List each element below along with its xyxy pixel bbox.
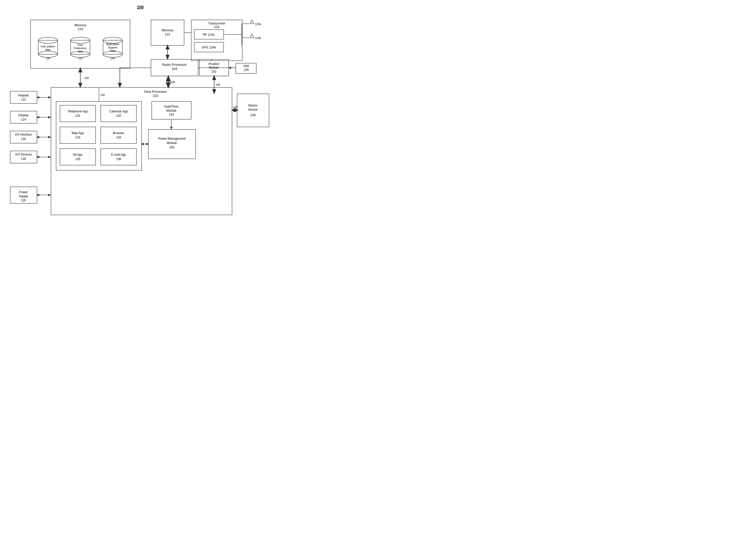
svg-text:124: 124 (214, 25, 219, 29)
svg-text:144: 144 (110, 57, 115, 60)
svg-rect-31 (194, 42, 224, 52)
svg-text:122: 122 (165, 32, 170, 36)
svg-point-11 (71, 51, 90, 57)
svg-rect-95 (10, 151, 37, 163)
svg-text:110: 110 (77, 27, 83, 31)
svg-point-9 (71, 37, 90, 43)
svg-text:Radio Processor: Radio Processor (162, 63, 187, 67)
svg-text:131: 131 (75, 114, 80, 118)
svg-rect-29 (194, 30, 224, 39)
svg-text:Host Processor: Host Processor (144, 90, 167, 94)
svg-text:Calendar App: Calendar App (109, 110, 128, 113)
svg-text:114: 114 (21, 118, 26, 121)
svg-rect-55 (56, 101, 141, 170)
svg-text:E-mail App: E-mail App (111, 153, 126, 157)
svg-rect-10 (71, 40, 90, 54)
svg-text:135: 135 (75, 157, 80, 161)
svg-text:154: 154 (169, 113, 174, 116)
svg-text:Module: Module (209, 66, 219, 69)
svg-rect-98 (10, 187, 37, 203)
svg-text:130: 130 (100, 93, 105, 96)
svg-text:User: User (77, 43, 83, 46)
svg-text:102: 102 (153, 94, 158, 98)
svg-text:IM App: IM App (73, 153, 83, 157)
svg-text:132: 132 (116, 114, 121, 118)
svg-text:Motion: Motion (248, 104, 257, 107)
svg-text:User pattern: User pattern (41, 45, 55, 48)
svg-text:RF 124a: RF 124a (203, 33, 215, 36)
svg-text:Keypad: Keypad (18, 94, 29, 97)
svg-text:Module: Module (166, 109, 176, 112)
svg-text:GPS 124b: GPS 124b (202, 46, 216, 49)
svg-rect-82 (237, 94, 269, 127)
svg-text:Transceiver: Transceiver (208, 21, 225, 25)
svg-rect-86 (10, 91, 37, 103)
svg-marker-37 (250, 34, 254, 38)
svg-text:104: 104 (172, 67, 177, 71)
svg-rect-56 (60, 105, 96, 122)
svg-text:118: 118 (21, 157, 26, 161)
svg-text:Data: Data (110, 49, 115, 52)
svg-rect-4 (38, 40, 58, 54)
svg-text:data: data (45, 48, 51, 51)
svg-text:Application: Application (106, 43, 119, 46)
svg-text:I/O Interface: I/O Interface (15, 133, 32, 136)
svg-text:Power: Power (19, 190, 28, 194)
svg-point-3 (38, 37, 58, 43)
svg-text:Preference: Preference (74, 47, 87, 50)
svg-rect-26 (191, 20, 242, 61)
svg-rect-0 (31, 20, 130, 68)
svg-rect-42 (151, 59, 198, 76)
svg-text:116: 116 (21, 137, 26, 141)
svg-text:152: 152 (211, 70, 216, 73)
svg-text:108: 108 (84, 76, 89, 80)
svg-rect-74 (152, 101, 191, 119)
svg-rect-65 (101, 127, 136, 144)
svg-text:146: 146 (250, 113, 256, 117)
svg-rect-89 (10, 111, 37, 123)
svg-text:Module: Module (167, 141, 177, 145)
svg-text:134: 134 (116, 136, 121, 139)
svg-text:126a: 126a (255, 22, 261, 25)
svg-rect-49 (236, 63, 256, 73)
svg-text:Date/Time: Date/Time (164, 105, 178, 108)
svg-text:Memory: Memory (74, 23, 86, 27)
svg-text:Map App: Map App (72, 131, 84, 135)
svg-point-5 (38, 51, 58, 57)
svg-text:Support: Support (108, 46, 117, 49)
svg-rect-78 (148, 129, 195, 159)
svg-text:Memory: Memory (162, 28, 174, 32)
svg-rect-23 (151, 20, 184, 45)
svg-rect-92 (10, 131, 37, 143)
svg-text:Supply: Supply (19, 194, 28, 198)
svg-text:150: 150 (169, 146, 174, 149)
svg-point-16 (103, 37, 122, 43)
svg-text:Display: Display (18, 113, 28, 117)
svg-text:136: 136 (116, 157, 121, 161)
svg-text:106: 106 (170, 81, 175, 84)
svg-text:140: 140 (46, 57, 50, 60)
svg-text:Position: Position (208, 62, 219, 66)
svg-rect-45 (199, 59, 229, 76)
svg-text:133: 133 (75, 136, 80, 139)
svg-rect-62 (60, 127, 96, 144)
svg-text:148: 148 (215, 83, 220, 86)
svg-point-18 (103, 51, 122, 57)
svg-text:112: 112 (21, 98, 26, 101)
svg-text:Telephone App: Telephone App (68, 110, 88, 113)
svg-text:128: 128 (243, 68, 248, 72)
svg-rect-71 (101, 149, 136, 165)
svg-rect-52 (51, 87, 232, 215)
svg-text:126b: 126b (255, 36, 261, 40)
svg-rect-59 (101, 105, 136, 122)
svg-text:A/V Devices: A/V Devices (15, 153, 32, 156)
svg-text:Browser: Browser (113, 131, 124, 135)
page-title: 100 (5, 5, 275, 10)
svg-text:120: 120 (21, 199, 26, 202)
svg-marker-33 (250, 20, 254, 24)
svg-text:Power Management: Power Management (158, 137, 186, 140)
svg-rect-17 (103, 40, 122, 54)
svg-text:Sensor: Sensor (248, 108, 258, 111)
svg-text:SIM: SIM (243, 64, 248, 68)
svg-text:data: data (78, 50, 83, 53)
